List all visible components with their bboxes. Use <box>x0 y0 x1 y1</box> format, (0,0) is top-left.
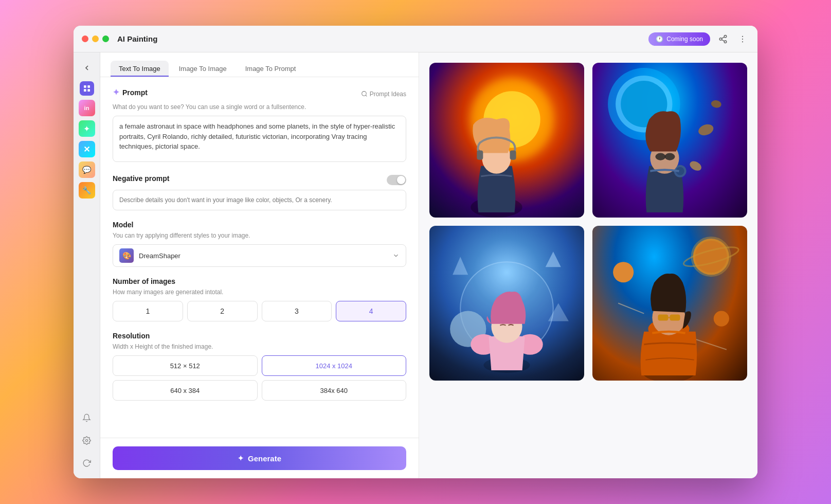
clock-icon: 🕐 <box>656 35 663 43</box>
svg-rect-52 <box>658 315 668 321</box>
model-subtitle: You can try applying different styles to… <box>113 232 406 239</box>
model-left: 🎨 DreamShaper <box>119 248 180 263</box>
svg-point-46 <box>714 311 729 327</box>
negative-prompt-section: Negative prompt <box>113 174 406 210</box>
share-button[interactable] <box>716 32 730 46</box>
svg-rect-8 <box>84 85 86 88</box>
negative-prompt-toggle[interactable] <box>387 175 406 185</box>
svg-point-25 <box>711 100 722 109</box>
model-dropdown[interactable]: 🎨 DreamShaper <box>113 244 406 267</box>
neg-prompt-title: Negative prompt <box>113 174 169 183</box>
count-btn-3[interactable]: 3 <box>262 301 332 321</box>
star-icon: ✦ <box>113 87 119 97</box>
chevron-down-icon <box>392 252 400 259</box>
resolution-subtitle: Width x Height of the finished image. <box>113 343 406 350</box>
number-of-images-section: Number of images How many images are gen… <box>113 277 406 321</box>
model-thumbnail: 🎨 <box>119 248 134 263</box>
count-buttons: 1 2 3 4 <box>113 301 406 321</box>
svg-line-4 <box>721 37 724 38</box>
resolution-section: Resolution Width x Height of the finishe… <box>113 332 406 401</box>
sidebar-settings[interactable] <box>78 431 96 449</box>
more-button[interactable] <box>736 32 749 46</box>
sidebar-item-tools[interactable]: ✕ <box>79 141 95 157</box>
left-panel: Text To Image Image To Image Image To Pr… <box>100 52 419 478</box>
svg-point-1 <box>719 38 722 40</box>
svg-line-47 <box>618 303 644 314</box>
sidebar-item-wrench[interactable]: 🔧 <box>79 182 95 199</box>
num-images-title: Number of images <box>113 277 406 285</box>
images-grid <box>429 63 747 381</box>
maximize-button[interactable] <box>102 35 109 42</box>
res-btn-640x384[interactable]: 640 x 384 <box>113 380 258 401</box>
svg-rect-53 <box>670 315 680 321</box>
neg-prompt-header: Negative prompt <box>113 174 406 186</box>
svg-rect-20 <box>510 151 516 160</box>
tab-image-to-prompt[interactable]: Image To Prompt <box>237 61 304 77</box>
svg-point-12 <box>85 439 87 441</box>
sidebar-item-chat[interactable]: 💬 <box>79 161 95 178</box>
svg-marker-32 <box>546 251 561 267</box>
svg-point-30 <box>655 153 665 160</box>
res-btn-1024[interactable]: 1024 x 1024 <box>262 355 407 376</box>
sidebar-nav: in ✦ ✕ 💬 🔧 <box>79 81 95 404</box>
count-btn-2[interactable]: 2 <box>187 301 258 321</box>
tab-image-to-image[interactable]: Image To Image <box>171 61 235 77</box>
svg-point-24 <box>697 122 715 137</box>
svg-point-45 <box>613 262 634 282</box>
prompt-input[interactable]: a female astronaut in space with headpho… <box>113 116 406 162</box>
image-card-3[interactable] <box>429 226 584 381</box>
sidebar-item-ai[interactable]: ✦ <box>79 120 95 137</box>
generate-button[interactable]: ✦ Generate <box>113 446 406 470</box>
sidebar-notifications[interactable] <box>78 408 96 427</box>
num-images-subtitle: How many images are generated intotal. <box>113 289 406 296</box>
svg-rect-19 <box>477 151 483 160</box>
prompt-title: ✦ Prompt <box>113 87 148 97</box>
sidebar-item-social[interactable]: in <box>79 100 95 116</box>
svg-point-6 <box>742 38 743 39</box>
tab-text-to-image[interactable]: Text To Image <box>111 61 169 77</box>
sidebar-bottom <box>78 408 96 472</box>
svg-line-48 <box>696 339 727 350</box>
svg-line-14 <box>366 95 367 96</box>
coming-soon-badge: 🕐 Coming soon <box>648 32 710 46</box>
image-card-2[interactable] <box>592 63 747 218</box>
res-btn-384x640[interactable]: 384x 640 <box>262 380 407 401</box>
res-btn-512[interactable]: 512 × 512 <box>113 355 258 376</box>
count-btn-1[interactable]: 1 <box>113 301 183 321</box>
resolution-grid: 512 × 512 1024 x 1024 640 x 384 384x 640 <box>113 355 406 401</box>
sidebar: in ✦ ✕ 💬 🔧 <box>74 52 100 478</box>
back-button[interactable] <box>78 59 96 77</box>
svg-point-2 <box>724 41 727 43</box>
prompt-header: ✦ Prompt Prompt Ideas <box>113 87 406 100</box>
svg-rect-11 <box>87 89 90 92</box>
count-btn-4[interactable]: 4 <box>336 301 406 321</box>
generate-icon: ✦ <box>238 454 244 462</box>
svg-point-5 <box>742 35 743 37</box>
panel-content: ✦ Prompt Prompt Ideas What do you want t… <box>100 77 419 438</box>
window-title: AI Painting <box>117 34 157 43</box>
minimize-button[interactable] <box>92 35 99 42</box>
image-card-1[interactable] <box>429 63 584 218</box>
negative-prompt-input[interactable] <box>113 190 406 210</box>
tabs-bar: Text To Image Image To Image Image To Pr… <box>100 52 419 77</box>
sidebar-item-apps[interactable] <box>80 81 94 96</box>
svg-point-13 <box>362 92 366 96</box>
svg-point-31 <box>664 153 675 160</box>
image-card-4[interactable] <box>592 226 747 381</box>
prompt-ideas-link[interactable]: Prompt Ideas <box>361 91 406 98</box>
svg-point-26 <box>688 159 703 173</box>
main-window: AI Painting 🕐 Coming soon <box>74 26 757 478</box>
app-body: in ✦ ✕ 💬 🔧 <box>74 52 757 478</box>
svg-line-3 <box>721 40 724 41</box>
prompt-subtitle: What do you want to see? You can use a s… <box>113 103 406 111</box>
svg-marker-33 <box>453 257 468 275</box>
sidebar-refresh[interactable] <box>78 454 96 472</box>
close-button[interactable] <box>82 35 88 42</box>
resolution-title: Resolution <box>113 332 406 340</box>
titlebar: AI Painting 🕐 Coming soon <box>74 26 757 52</box>
right-panel <box>419 52 757 478</box>
model-section: Model You can try applying different sty… <box>113 221 406 267</box>
traffic-lights <box>82 35 109 42</box>
prompt-section: ✦ Prompt Prompt Ideas What do you want t… <box>113 87 406 164</box>
panel-footer: ✦ Generate <box>100 438 419 478</box>
